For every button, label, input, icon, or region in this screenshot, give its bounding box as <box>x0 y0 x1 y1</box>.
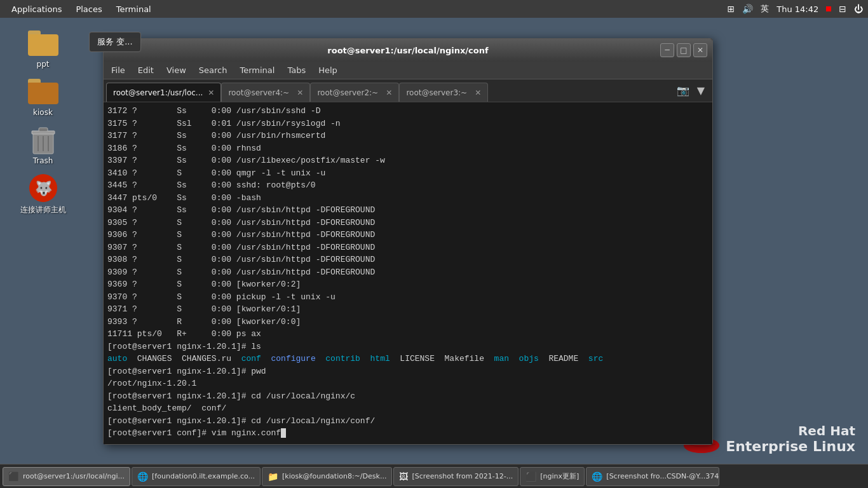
display-icon[interactable]: ⊟ <box>839 4 846 14</box>
tab-server4-label: root@server4:~ <box>228 88 289 97</box>
tab-server3[interactable]: root@server3:~ ✕ <box>399 83 488 102</box>
term-line-17: 9393 ? R 0:00 [kworker/0:0] <box>107 316 709 329</box>
term-line-9: 9305 ? S 0:00 /usr/sbin/httpd -DFOREGROU… <box>107 217 709 229</box>
clock: Thu 14:42 <box>776 4 818 14</box>
term-line-5: 3410 ? S 0:00 qmgr -l -t unix -u <box>107 167 709 180</box>
taskbar-item-0[interactable]: ⬛ root@server1:/usr/local/ngi... <box>3 467 130 486</box>
terminal-titlebar: root@server1:/usr/local/nginx/conf ─ □ ✕ <box>104 39 712 62</box>
tab-server2[interactable]: root@server2:~ ✕ <box>310 83 399 102</box>
taskbar-label-2: [kiosk@foundation8:~/Desk... <box>282 472 386 480</box>
term-line-22: /root/nginx-1.20.1 <box>107 377 709 390</box>
tabs-right: 📷 ▼ <box>674 81 710 102</box>
trash-label: Trash <box>33 156 53 165</box>
terminal-menubar: File Edit View Search Terminal Tabs Help <box>104 62 712 79</box>
notification-popup: 服务 变... <box>89 32 141 52</box>
terminal-tabs: root@server1:/usr/loc... ✕ root@server4:… <box>104 79 712 102</box>
folder-icon-kiosk <box>28 76 58 107</box>
term-line-16: 9371 ? S 0:00 [kworker/0:1] <box>107 303 709 316</box>
menu-terminal[interactable]: Terminal <box>234 64 280 76</box>
taskbar-item-1[interactable]: 🌐 [foundation0.ilt.example.co... <box>132 467 261 486</box>
menu-tabs[interactable]: Tabs <box>282 64 311 76</box>
taskbar-item-3[interactable]: 🖼 [Screenshot from 2021-12-... <box>393 467 519 486</box>
close-button[interactable]: ✕ <box>693 43 707 57</box>
term-line-2: 3177 ? Ss 0:00 /usr/bin/rhsmcertd <box>107 130 709 142</box>
menu-terminal[interactable]: Terminal <box>110 3 158 15</box>
term-line-24: client_body_temp/ conf/ <box>107 402 709 415</box>
top-bar-right: ⊞ 🔊 英 Thu 14:42 ⊟ ⏻ <box>728 3 863 15</box>
taskbar-label-1: [foundation0.ilt.example.co... <box>152 472 255 480</box>
ppt-label: ppt <box>37 60 50 69</box>
volume-icon[interactable]: 🔊 <box>742 4 753 14</box>
network-icon[interactable]: ⊞ <box>728 4 735 14</box>
connect-label: 连接讲师主机 <box>20 205 66 215</box>
svg-text:🐺: 🐺 <box>34 180 52 197</box>
svg-rect-2 <box>39 128 48 132</box>
term-line-1: 3175 ? Ssl 0:01 /usr/sbin/rsyslogd -n <box>107 118 709 130</box>
taskbar-label-3: [Screenshot from 2021-12-... <box>412 472 513 480</box>
menu-edit[interactable]: Edit <box>133 64 159 76</box>
menu-search[interactable]: Search <box>194 64 233 76</box>
taskbar-item-2[interactable]: 📁 [kiosk@foundation8:~/Desk... <box>262 467 392 486</box>
tab-server1-close[interactable]: ✕ <box>208 88 214 97</box>
language-indicator[interactable]: 英 <box>761 3 769 15</box>
taskbar-label-5: [Screenshot fro...CSDN-@Y...374 <box>606 472 719 480</box>
taskbar-item-5[interactable]: 🌐 [Screenshot fro...CSDN-@Y...374 <box>586 467 719 486</box>
tab-server2-label: root@server2:~ <box>317 88 378 97</box>
top-bar-left: Applications Places Terminal <box>5 3 158 15</box>
term-line-10: 9306 ? S 0:00 /usr/sbin/httpd -DFOREGROU… <box>107 229 709 241</box>
term-line-20: auto CHANGES CHANGES.ru conf configure c… <box>107 353 709 365</box>
tab-server4-close[interactable]: ✕ <box>297 88 303 97</box>
term-line-18: 11711 pts/0 R+ 0:00 ps ax <box>107 328 709 341</box>
term-line-23: [root@server1 nginx-1.20.1]# cd /usr/loc… <box>107 390 709 403</box>
term-line-8: 9304 ? Ss 0:00 /usr/sbin/httpd -DFOREGRO… <box>107 204 709 217</box>
tab-server4[interactable]: root@server4:~ ✕ <box>221 83 310 102</box>
menu-file[interactable]: File <box>106 64 130 76</box>
power-icon[interactable]: ⏻ <box>854 4 863 14</box>
desktop-icon-ppt[interactable]: ppt <box>18 28 69 69</box>
menu-view[interactable]: View <box>161 64 191 76</box>
desktop: ppt kiosk Trash <box>0 18 86 464</box>
tab-server1[interactable]: root@server1:/usr/loc... ✕ <box>106 83 221 102</box>
term-line-19: [root@server1 nginx-1.20.1]# ls <box>107 341 709 353</box>
desktop-icon-connect[interactable]: 🐺 连接讲师主机 <box>18 173 69 215</box>
term-line-3: 3186 ? Ss 0:00 rhnsd <box>107 142 709 155</box>
taskbar: ⬛ root@server1:/usr/local/ngi... 🌐 [foun… <box>0 464 868 488</box>
redhat-text-line1: Red Hat <box>726 423 855 438</box>
terminal-content[interactable]: 3172 ? Ss 0:00 /usr/sbin/sshd -D 3175 ? … <box>104 102 712 444</box>
menu-applications[interactable]: Applications <box>5 3 68 15</box>
tab-dropdown-icon[interactable]: ▼ <box>692 81 710 99</box>
top-menubar: Applications Places Terminal ⊞ 🔊 英 Thu 1… <box>0 0 868 18</box>
term-line-4: 3397 ? Ss 0:00 /usr/libexec/postfix/mast… <box>107 154 709 167</box>
minimize-button[interactable]: ─ <box>660 43 674 57</box>
notification-text: 服务 变... <box>97 37 133 46</box>
term-line-0: 3172 ? Ss 0:00 /usr/sbin/sshd -D <box>107 105 709 118</box>
taskbar-label-4: [nginx更新] <box>540 471 579 481</box>
terminal-title: root@server1:/usr/local/nginx/conf <box>327 46 488 55</box>
taskbar-icon-0: ⬛ <box>8 471 19 482</box>
taskbar-icon-3: 🖼 <box>399 471 408 482</box>
term-line-12: 9308 ? S 0:00 /usr/sbin/httpd -DFOREGROU… <box>107 254 709 266</box>
term-line-21: [root@server1 nginx-1.20.1]# pwd <box>107 365 709 378</box>
redhat-text-line2: Enterprise Linux <box>726 438 855 454</box>
desktop-icon-trash[interactable]: Trash <box>18 125 69 165</box>
trash-icon <box>28 125 58 155</box>
record-indicator <box>826 6 831 11</box>
maximize-button[interactable]: □ <box>677 43 691 57</box>
term-line-13: 9309 ? S 0:00 /usr/sbin/httpd -DFOREGROU… <box>107 266 709 279</box>
taskbar-icon-1: 🌐 <box>137 471 148 482</box>
term-line-15: 9370 ? S 0:00 pickup -l -t unix -u <box>107 291 709 304</box>
menu-help[interactable]: Help <box>313 64 342 76</box>
term-line-6: 3445 ? Ss 0:00 sshd: root@pts/0 <box>107 179 709 192</box>
term-line-14: 9369 ? S 0:00 [kworker/0:2] <box>107 278 709 291</box>
folder-icon-ppt <box>28 28 58 58</box>
taskbar-icon-4: ⬛ <box>526 471 536 482</box>
taskbar-item-4[interactable]: ⬛ [nginx更新] <box>520 467 585 486</box>
taskbar-icon-2: 📁 <box>268 471 278 482</box>
window-controls: ─ □ ✕ <box>660 43 707 57</box>
tab-server2-close[interactable]: ✕ <box>386 88 392 97</box>
menu-places[interactable]: Places <box>69 3 108 15</box>
desktop-icon-kiosk[interactable]: kiosk <box>18 76 69 117</box>
tab-server3-label: root@server3:~ <box>406 88 467 97</box>
tab-server3-close[interactable]: ✕ <box>475 88 481 97</box>
tab-screenshot-icon[interactable]: 📷 <box>674 81 692 99</box>
